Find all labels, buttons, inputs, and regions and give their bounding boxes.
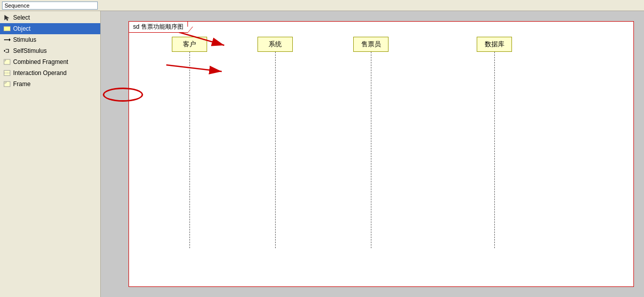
lifeline-sjk: 数据库 bbox=[477, 37, 512, 248]
combinedfragment-icon bbox=[3, 58, 11, 66]
diagram-frame: sd 售票功能顺序图 客户 系统 bbox=[128, 21, 634, 287]
sidebar-item-stimulus[interactable]: Stimulus bbox=[0, 34, 100, 45]
arrow-icon bbox=[3, 36, 11, 44]
lifeline-spy-line bbox=[371, 52, 371, 248]
sidebar-item-stimulus-label: Stimulus bbox=[13, 36, 36, 43]
diagram-frame-label: sd 售票功能顺序图 bbox=[133, 23, 183, 30]
sidebar-item-selfstimulus[interactable]: SelfStimulus bbox=[0, 45, 100, 56]
lifeline-xt-line bbox=[275, 52, 276, 248]
svg-marker-0 bbox=[5, 15, 9, 21]
sidebar-item-frame[interactable]: Frame bbox=[0, 79, 100, 90]
lifeline-kh-box: 客户 bbox=[172, 37, 207, 52]
lifeline-kh-line bbox=[189, 52, 190, 248]
lifeline-sjk-line bbox=[494, 52, 495, 248]
svg-marker-3 bbox=[4, 50, 6, 52]
canvas-area: sd 售票功能顺序图 客户 系统 bbox=[101, 11, 644, 297]
select-icon bbox=[3, 14, 11, 22]
sidebar-item-combinedfragment-label: Combined Fragment bbox=[13, 58, 68, 65]
svg-rect-7 bbox=[4, 82, 10, 87]
sidebar-item-select[interactable]: Select bbox=[0, 12, 100, 23]
sidebar-item-interactionoperand[interactable]: Interaction Operand bbox=[0, 67, 100, 79]
sidebar-item-frame-label: Frame bbox=[13, 81, 31, 88]
sidebar-item-object-label: Object bbox=[13, 25, 31, 32]
top-bar: Sequence bbox=[0, 0, 644, 11]
lifeline-sjk-label: 数据库 bbox=[485, 40, 504, 48]
sequence-label: Sequence bbox=[2, 2, 98, 10]
svg-marker-2 bbox=[9, 38, 11, 41]
sidebar-item-interactionoperand-label: Interaction Operand bbox=[13, 69, 67, 77]
lifeline-spy-label: 售票员 bbox=[361, 40, 381, 48]
sidebar-item-object[interactable]: Object bbox=[0, 23, 100, 34]
lifeline-sjk-box: 数据库 bbox=[477, 37, 512, 52]
sidebar-item-combinedfragment[interactable]: Combined Fragment bbox=[0, 56, 100, 67]
lifeline-kh: 客户 bbox=[172, 37, 207, 248]
svg-rect-4 bbox=[4, 59, 10, 64]
frame-icon bbox=[3, 80, 11, 88]
sidebar: Select Object Stimulus bbox=[0, 11, 101, 297]
interactionoperand-icon bbox=[3, 69, 11, 77]
sidebar-item-select-label: Select bbox=[13, 14, 30, 21]
lifeline-spy: 售票员 bbox=[353, 37, 389, 248]
main-area: Select Object Stimulus bbox=[0, 11, 644, 297]
lifeline-xt-box: 系统 bbox=[257, 37, 293, 52]
sidebar-item-selfstimulus-label: SelfStimulus bbox=[13, 47, 47, 54]
lifeline-kh-label: 客户 bbox=[183, 40, 196, 48]
object-icon bbox=[3, 25, 11, 33]
lifeline-xt: 系统 bbox=[257, 37, 293, 248]
selfstimulus-icon bbox=[3, 47, 11, 55]
lifeline-xt-label: 系统 bbox=[269, 40, 282, 48]
lifeline-spy-box: 售票员 bbox=[353, 37, 389, 52]
